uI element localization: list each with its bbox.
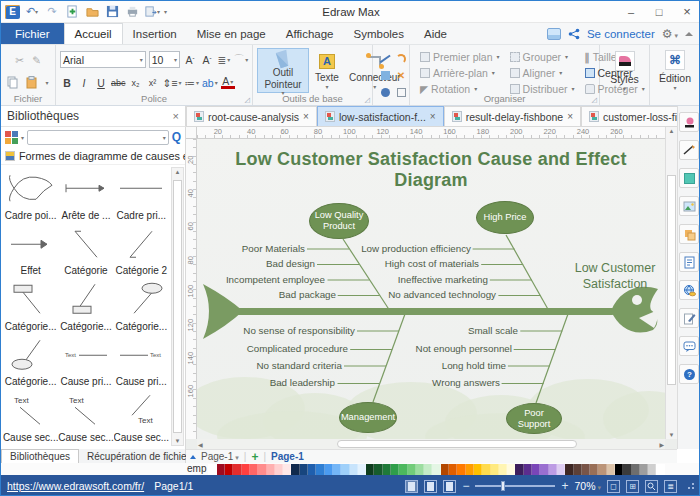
copy-icon[interactable]: [7, 76, 18, 89]
color-swatch[interactable]: [607, 464, 615, 475]
scroll-down-icon[interactable]: ▼: [666, 432, 677, 438]
sign-in-link[interactable]: Se connecter: [587, 28, 655, 40]
collapse-ribbon-icon[interactable]: [685, 32, 693, 36]
color-swatch[interactable]: [391, 464, 399, 475]
color-swatch[interactable]: [250, 464, 258, 475]
page-view-icon[interactable]: [424, 480, 437, 493]
color-swatch[interactable]: [557, 464, 565, 475]
shape-primary-cause-left[interactable]: Text Cause pri...: [58, 334, 113, 390]
cause-label[interactable]: Ineffective marketing: [398, 274, 488, 285]
font-size-combo[interactable]: 10▾: [149, 51, 180, 68]
color-swatch[interactable]: [366, 464, 374, 475]
scroll-up-icon[interactable]: ▲: [666, 128, 677, 134]
hyperlink-icon[interactable]: [679, 280, 699, 300]
color-swatch[interactable]: [515, 464, 523, 475]
color-swatch[interactable]: [208, 464, 216, 475]
strikethrough-button[interactable]: abc: [111, 75, 126, 91]
print-icon[interactable]: [124, 4, 140, 20]
color-swatch[interactable]: [590, 464, 598, 475]
tab-fichier[interactable]: Fichier: [1, 23, 64, 44]
color-swatch[interactable]: [275, 464, 283, 475]
effect-label[interactable]: Low Customer Satisfaction: [563, 261, 665, 292]
cause-label[interactable]: Wrong answers: [432, 377, 500, 388]
color-swatch[interactable]: [399, 464, 407, 475]
tab-recuperation[interactable]: Récupération de fichier: [79, 449, 198, 463]
color-swatch[interactable]: [291, 464, 299, 475]
color-swatch[interactable]: [325, 464, 333, 475]
annotation-icon[interactable]: [679, 308, 699, 328]
close-button[interactable]: [673, 2, 700, 22]
shape-category-box-bottom[interactable]: Catégorie...: [58, 278, 113, 334]
color-swatch[interactable]: [640, 464, 648, 475]
paste-icon[interactable]: [26, 76, 37, 89]
scroll-left-icon[interactable]: ◀: [197, 441, 203, 448]
shape-secondary-cause[interactable]: Text Cause sec...: [114, 389, 169, 445]
grow-font-button[interactable]: Aˆ: [183, 52, 197, 68]
pen-tool-icon[interactable]: ✕: [397, 70, 405, 81]
dialog-launcher-icon[interactable]: ◿: [592, 96, 597, 104]
redo-icon[interactable]: ↷: [44, 4, 60, 20]
color-swatch[interactable]: [424, 464, 432, 475]
bold-button[interactable]: B: [60, 75, 74, 91]
styles-button[interactable]: Styles▾: [604, 49, 645, 92]
tab-accueil[interactable]: Accueil: [64, 23, 123, 44]
color-swatch[interactable]: [656, 464, 664, 475]
underline-button[interactable]: U: [94, 75, 108, 91]
category-ellipse[interactable]: High Price: [476, 201, 534, 234]
cause-label[interactable]: Bad package: [279, 289, 336, 300]
minimize-button[interactable]: [617, 2, 645, 22]
color-swatch[interactable]: [217, 464, 225, 475]
comment-icon[interactable]: [679, 336, 699, 356]
color-swatch[interactable]: [457, 464, 465, 475]
color-swatch[interactable]: [507, 464, 515, 475]
dialog-launcher-icon[interactable]: ◿: [245, 96, 250, 104]
align-text-icon[interactable]: ≣: [217, 52, 231, 68]
color-swatch[interactable]: [225, 464, 233, 475]
shape-primary-cause-right[interactable]: Text Cause pri...: [114, 334, 169, 390]
scroll-right-icon[interactable]: ▶: [659, 441, 665, 448]
color-swatch[interactable]: [574, 464, 582, 475]
add-page-button[interactable]: +: [251, 450, 258, 464]
color-swatch[interactable]: [648, 464, 656, 475]
shape-main-frame[interactable]: Cadre pri...: [114, 167, 169, 223]
color-swatch[interactable]: [358, 464, 366, 475]
color-swatch[interactable]: [308, 464, 316, 475]
color-swatch[interactable]: [632, 464, 640, 475]
send-to-back-button[interactable]: Arrière-plan: [420, 65, 500, 80]
scroll-down-icon[interactable]: ▼: [172, 438, 183, 444]
scrollbar-thumb[interactable]: [173, 180, 182, 433]
doc-tab-active[interactable]: low-satisfaction-f...: [317, 106, 444, 126]
color-swatch[interactable]: [565, 464, 573, 475]
paste-caret-icon[interactable]: ▾: [45, 79, 48, 86]
canvas-horizontal-scrollbar[interactable]: ◀ ▶: [197, 439, 665, 449]
crop-tool-icon[interactable]: [397, 88, 406, 97]
cause-label[interactable]: Bad leadership: [270, 377, 335, 388]
scrollbar-thumb[interactable]: [667, 175, 676, 385]
line-spacing-icon[interactable]: ⇕≡: [163, 75, 182, 91]
color-swatch[interactable]: [441, 464, 449, 475]
color-swatch[interactable]: [383, 464, 391, 475]
category-ellipse[interactable]: Poor Support: [506, 403, 562, 434]
canvas-vertical-scrollbar[interactable]: ▲ ▼: [665, 127, 677, 439]
tab-aide[interactable]: Aide: [414, 23, 457, 44]
group-button[interactable]: Grouper: [510, 49, 575, 64]
shape-secondary-cause[interactable]: Text Cause sec...: [58, 389, 113, 445]
color-swatch[interactable]: [598, 464, 606, 475]
cause-label[interactable]: Complicated procedure: [247, 343, 348, 354]
color-swatch[interactable]: [540, 464, 548, 475]
magnifier-icon[interactable]: [645, 480, 658, 493]
doc-tab[interactable]: result-delay-fishbone: [444, 106, 581, 126]
highlight-icon[interactable]: ab: [202, 75, 218, 91]
color-swatch[interactable]: [615, 464, 623, 475]
category-ellipse[interactable]: Low Quality Product: [309, 203, 369, 239]
edition-button[interactable]: ⌘ Édition▾: [654, 48, 696, 93]
shape-category2[interactable]: Catégorie 2: [114, 223, 169, 279]
library-selector-caret-icon[interactable]: ▾: [21, 134, 24, 141]
color-swatch[interactable]: [432, 464, 440, 475]
cause-label[interactable]: No advanced technology: [388, 289, 496, 300]
cause-label[interactable]: Low production efficiency: [361, 243, 471, 254]
color-swatch[interactable]: [491, 464, 499, 475]
line-tool-icon[interactable]: [380, 54, 391, 62]
align-button[interactable]: Aligner: [510, 65, 575, 80]
shape-category[interactable]: Catégorie: [58, 223, 113, 279]
